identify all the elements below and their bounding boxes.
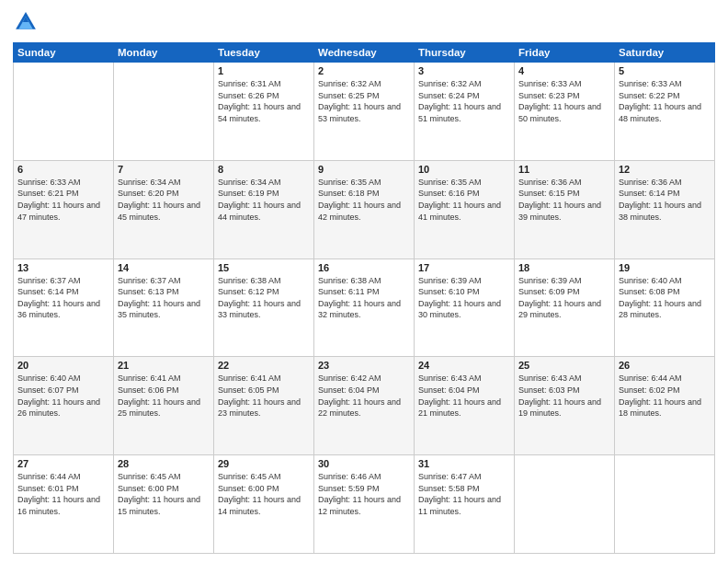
calendar-cell: [515, 455, 615, 554]
day-detail: Sunrise: 6:34 AM Sunset: 6:20 PM Dayligh…: [118, 177, 210, 223]
day-detail: Sunrise: 6:45 AM Sunset: 6:00 PM Dayligh…: [218, 471, 310, 517]
day-detail: Sunrise: 6:34 AM Sunset: 6:19 PM Dayligh…: [218, 177, 310, 223]
day-detail: Sunrise: 6:41 AM Sunset: 6:05 PM Dayligh…: [218, 373, 310, 419]
calendar-cell: 15Sunrise: 6:38 AM Sunset: 6:12 PM Dayli…: [214, 259, 314, 357]
day-detail: Sunrise: 6:43 AM Sunset: 6:03 PM Dayligh…: [518, 373, 610, 419]
day-number: 12: [619, 164, 711, 175]
day-number: 25: [518, 360, 610, 371]
day-number: 11: [518, 164, 610, 175]
day-number: 2: [318, 65, 410, 76]
day-detail: Sunrise: 6:31 AM Sunset: 6:26 PM Dayligh…: [218, 78, 310, 124]
day-number: 5: [619, 65, 711, 76]
day-number: 19: [619, 262, 711, 273]
day-detail: Sunrise: 6:45 AM Sunset: 6:00 PM Dayligh…: [118, 471, 210, 517]
day-detail: Sunrise: 6:37 AM Sunset: 6:14 PM Dayligh…: [17, 275, 109, 321]
calendar-cell: 8Sunrise: 6:34 AM Sunset: 6:19 PM Daylig…: [214, 160, 314, 259]
calendar-cell: 6Sunrise: 6:33 AM Sunset: 6:21 PM Daylig…: [14, 160, 114, 259]
calendar-cell: 9Sunrise: 6:35 AM Sunset: 6:18 PM Daylig…: [314, 160, 415, 259]
page: SundayMondayTuesdayWednesdayThursdayFrid…: [0, 0, 728, 563]
calendar-cell: [615, 455, 715, 554]
calendar-cell: 27Sunrise: 6:44 AM Sunset: 6:01 PM Dayli…: [14, 455, 114, 554]
calendar-cell: 4Sunrise: 6:33 AM Sunset: 6:23 PM Daylig…: [515, 63, 615, 161]
calendar-week-row: 13Sunrise: 6:37 AM Sunset: 6:14 PM Dayli…: [14, 259, 715, 357]
header: [13, 9, 715, 35]
day-number: 24: [418, 360, 510, 371]
calendar-cell: 26Sunrise: 6:44 AM Sunset: 6:02 PM Dayli…: [615, 357, 715, 455]
day-detail: Sunrise: 6:33 AM Sunset: 6:23 PM Dayligh…: [518, 78, 610, 124]
day-detail: Sunrise: 6:39 AM Sunset: 6:09 PM Dayligh…: [518, 275, 610, 321]
day-detail: Sunrise: 6:38 AM Sunset: 6:12 PM Dayligh…: [218, 275, 310, 321]
weekday-header: Tuesday: [214, 43, 314, 63]
calendar-cell: 5Sunrise: 6:33 AM Sunset: 6:22 PM Daylig…: [615, 63, 715, 161]
day-number: 28: [118, 458, 210, 469]
weekday-header: Wednesday: [314, 43, 415, 63]
calendar-cell: 20Sunrise: 6:40 AM Sunset: 6:07 PM Dayli…: [14, 357, 114, 455]
calendar: SundayMondayTuesdayWednesdayThursdayFrid…: [13, 42, 715, 554]
weekday-header: Friday: [515, 43, 615, 63]
day-detail: Sunrise: 6:35 AM Sunset: 6:18 PM Dayligh…: [318, 177, 410, 223]
day-detail: Sunrise: 6:46 AM Sunset: 5:59 PM Dayligh…: [318, 471, 410, 517]
day-number: 15: [218, 262, 310, 273]
day-number: 14: [118, 262, 210, 273]
calendar-cell: 21Sunrise: 6:41 AM Sunset: 6:06 PM Dayli…: [114, 357, 214, 455]
calendar-cell: 13Sunrise: 6:37 AM Sunset: 6:14 PM Dayli…: [14, 259, 114, 357]
calendar-week-row: 1Sunrise: 6:31 AM Sunset: 6:26 PM Daylig…: [14, 63, 715, 161]
calendar-cell: 2Sunrise: 6:32 AM Sunset: 6:25 PM Daylig…: [314, 63, 415, 161]
calendar-cell: 31Sunrise: 6:47 AM Sunset: 5:58 PM Dayli…: [415, 455, 515, 554]
day-number: 23: [318, 360, 410, 371]
calendar-week-row: 6Sunrise: 6:33 AM Sunset: 6:21 PM Daylig…: [14, 160, 715, 259]
weekday-header: Monday: [114, 43, 214, 63]
day-number: 8: [218, 164, 310, 175]
day-number: 3: [418, 65, 510, 76]
calendar-cell: 3Sunrise: 6:32 AM Sunset: 6:24 PM Daylig…: [415, 63, 515, 161]
day-detail: Sunrise: 6:44 AM Sunset: 6:01 PM Dayligh…: [17, 471, 109, 517]
day-detail: Sunrise: 6:36 AM Sunset: 6:15 PM Dayligh…: [518, 177, 610, 223]
day-detail: Sunrise: 6:37 AM Sunset: 6:13 PM Dayligh…: [118, 275, 210, 321]
day-number: 16: [318, 262, 410, 273]
day-detail: Sunrise: 6:44 AM Sunset: 6:02 PM Dayligh…: [619, 373, 711, 419]
calendar-week-row: 27Sunrise: 6:44 AM Sunset: 6:01 PM Dayli…: [14, 455, 715, 554]
day-number: 6: [17, 164, 109, 175]
calendar-cell: 11Sunrise: 6:36 AM Sunset: 6:15 PM Dayli…: [515, 160, 615, 259]
day-number: 21: [118, 360, 210, 371]
calendar-cell: 18Sunrise: 6:39 AM Sunset: 6:09 PM Dayli…: [515, 259, 615, 357]
weekday-header: Saturday: [615, 43, 715, 63]
calendar-cell: 24Sunrise: 6:43 AM Sunset: 6:04 PM Dayli…: [415, 357, 515, 455]
calendar-cell: 23Sunrise: 6:42 AM Sunset: 6:04 PM Dayli…: [314, 357, 415, 455]
day-detail: Sunrise: 6:40 AM Sunset: 6:07 PM Dayligh…: [17, 373, 109, 419]
day-number: 27: [17, 458, 109, 469]
day-detail: Sunrise: 6:32 AM Sunset: 6:25 PM Dayligh…: [318, 78, 410, 124]
day-number: 26: [619, 360, 711, 371]
day-number: 10: [418, 164, 510, 175]
day-detail: Sunrise: 6:40 AM Sunset: 6:08 PM Dayligh…: [619, 275, 711, 321]
day-detail: Sunrise: 6:41 AM Sunset: 6:06 PM Dayligh…: [118, 373, 210, 419]
calendar-cell: 12Sunrise: 6:36 AM Sunset: 6:14 PM Dayli…: [615, 160, 715, 259]
logo-icon: [13, 9, 39, 35]
day-number: 7: [118, 164, 210, 175]
day-number: 1: [218, 65, 310, 76]
day-detail: Sunrise: 6:32 AM Sunset: 6:24 PM Dayligh…: [418, 78, 510, 124]
day-number: 30: [318, 458, 410, 469]
day-number: 29: [218, 458, 310, 469]
day-detail: Sunrise: 6:38 AM Sunset: 6:11 PM Dayligh…: [318, 275, 410, 321]
calendar-cell: 29Sunrise: 6:45 AM Sunset: 6:00 PM Dayli…: [214, 455, 314, 554]
calendar-cell: 30Sunrise: 6:46 AM Sunset: 5:59 PM Dayli…: [314, 455, 415, 554]
day-number: 18: [518, 262, 610, 273]
calendar-cell: 28Sunrise: 6:45 AM Sunset: 6:00 PM Dayli…: [114, 455, 214, 554]
calendar-cell: 10Sunrise: 6:35 AM Sunset: 6:16 PM Dayli…: [415, 160, 515, 259]
logo: [13, 9, 42, 35]
day-number: 9: [318, 164, 410, 175]
day-detail: Sunrise: 6:33 AM Sunset: 6:22 PM Dayligh…: [619, 78, 711, 124]
day-detail: Sunrise: 6:35 AM Sunset: 6:16 PM Dayligh…: [418, 177, 510, 223]
calendar-cell: 16Sunrise: 6:38 AM Sunset: 6:11 PM Dayli…: [314, 259, 415, 357]
calendar-header-row: SundayMondayTuesdayWednesdayThursdayFrid…: [14, 43, 715, 63]
day-detail: Sunrise: 6:43 AM Sunset: 6:04 PM Dayligh…: [418, 373, 510, 419]
day-number: 31: [418, 458, 510, 469]
calendar-cell: 25Sunrise: 6:43 AM Sunset: 6:03 PM Dayli…: [515, 357, 615, 455]
day-number: 22: [218, 360, 310, 371]
calendar-cell: 7Sunrise: 6:34 AM Sunset: 6:20 PM Daylig…: [114, 160, 214, 259]
weekday-header: Thursday: [415, 43, 515, 63]
day-number: 13: [17, 262, 109, 273]
day-detail: Sunrise: 6:42 AM Sunset: 6:04 PM Dayligh…: [318, 373, 410, 419]
calendar-cell: 17Sunrise: 6:39 AM Sunset: 6:10 PM Dayli…: [415, 259, 515, 357]
